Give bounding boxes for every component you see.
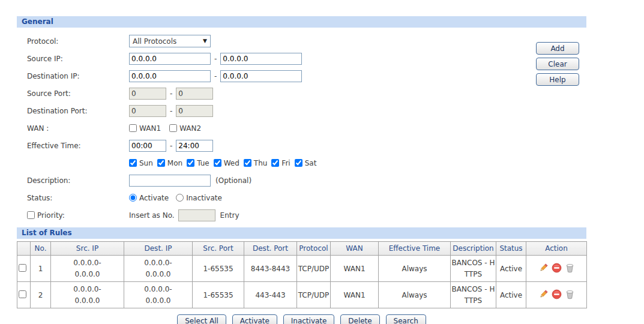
day-thu-option[interactable]: Thu <box>244 159 268 167</box>
priority-entry-input <box>178 209 215 221</box>
delete-button[interactable]: Delete <box>340 314 379 324</box>
day-mon-checkbox[interactable] <box>157 159 165 167</box>
rule-select-checkbox[interactable] <box>19 264 26 272</box>
column-header-wan: WAN <box>331 242 379 256</box>
rule-no: 2 <box>31 282 51 308</box>
wan1-option[interactable]: WAN1 <box>129 124 161 133</box>
day-sun-option[interactable]: Sun <box>129 159 153 167</box>
column-header-effective-time: Effective Time <box>379 242 451 256</box>
rule-row-1: 1 0.0.0.0- 0.0.0.0 0.0.0.0- 0.0.0.0 1-65… <box>17 256 587 282</box>
rule-dest-port: 443-443 <box>244 282 297 308</box>
wan2-option[interactable]: WAN2 <box>169 124 201 133</box>
add-button[interactable]: Add <box>536 42 579 55</box>
priority-checkbox[interactable] <box>27 211 35 219</box>
wan2-option-label: WAN2 <box>179 124 201 133</box>
access-rules-page: General Add Clear Help Protocol: All Pro… <box>17 16 586 324</box>
destination-ip-from-input[interactable] <box>129 70 211 82</box>
day-fri-checkbox[interactable] <box>271 159 279 167</box>
edit-icon[interactable] <box>538 263 549 275</box>
rule-status: Active <box>496 256 526 282</box>
description-input[interactable] <box>129 175 211 187</box>
status-inactivate-option[interactable]: Inactivate <box>176 194 222 202</box>
help-button[interactable]: Help <box>536 73 579 86</box>
day-wed-option[interactable]: Wed <box>214 159 239 167</box>
destination-port-label: Destination Port: <box>27 107 129 115</box>
select-column-header <box>17 242 31 256</box>
rules-section-header: List of Rules <box>17 227 586 239</box>
rule-no: 1 <box>31 256 51 282</box>
protocol-select[interactable]: All Protocols ▼ <box>129 35 211 47</box>
wan1-checkbox[interactable] <box>129 124 137 132</box>
footer-buttons: Select All Activate Inactivate Delete Se… <box>17 314 586 324</box>
block-icon[interactable] <box>552 263 562 275</box>
rule-description: BANCOS - H TTPS <box>451 256 496 282</box>
edit-icon[interactable] <box>538 289 549 301</box>
rule-wan: WAN1 <box>331 282 379 308</box>
source-ip-from-input[interactable] <box>129 53 211 65</box>
effective-time-label: Effective Time: <box>27 142 129 150</box>
status-activate-radio[interactable] <box>129 194 137 202</box>
select-all-button[interactable]: Select All <box>177 314 226 324</box>
source-ip-to-input[interactable] <box>220 53 302 65</box>
rule-src-ip: 0.0.0.0- 0.0.0.0 <box>51 282 124 308</box>
status-activate-option[interactable]: Activate <box>129 194 169 202</box>
source-port-row: Source Port: - <box>17 85 586 102</box>
destination-ip-label: Destination IP: <box>27 72 129 80</box>
rule-row-2: 2 0.0.0.0- 0.0.0.0 0.0.0.0- 0.0.0.0 1-65… <box>17 282 587 308</box>
effective-time-row: Effective Time: - <box>17 137 586 154</box>
destination-port-row: Destination Port: - <box>17 102 586 119</box>
column-header-dest-ip: Dest. IP <box>124 242 193 256</box>
range-dash: - <box>170 89 172 98</box>
column-header-description: Description <box>451 242 496 256</box>
day-wed-checkbox[interactable] <box>214 159 221 167</box>
general-form: Add Clear Help Protocol: All Protocols ▼… <box>17 28 586 227</box>
day-sat-option[interactable]: Sat <box>295 159 317 167</box>
wan1-option-label: WAN1 <box>139 124 161 133</box>
priority-insert-text: Insert as No. <box>129 211 175 220</box>
rules-table: No. Src. IP Dest. IP Src. Port Dest. Por… <box>17 241 587 308</box>
rule-select-checkbox[interactable] <box>19 290 26 298</box>
source-port-to-input <box>176 88 213 100</box>
destination-ip-to-input[interactable] <box>220 70 302 82</box>
rule-protocol: TCP/UDP <box>297 282 331 308</box>
source-ip-row: Source IP: - <box>17 50 586 67</box>
day-tue-checkbox[interactable] <box>187 159 194 167</box>
rule-description: BANCOS - H TTPS <box>451 282 496 308</box>
protocol-select-value: All Protocols <box>133 37 176 46</box>
rules-header-row: No. Src. IP Dest. IP Src. Port Dest. Por… <box>17 242 587 256</box>
wan-label: WAN : <box>27 124 129 133</box>
day-sun-checkbox[interactable] <box>129 159 137 167</box>
source-ip-label: Source IP: <box>27 55 129 63</box>
description-label: Description: <box>27 176 129 185</box>
source-port-label: Source Port: <box>27 89 129 98</box>
priority-entry-text: Entry <box>220 211 239 220</box>
day-mon-option[interactable]: Mon <box>157 159 182 167</box>
range-dash: - <box>170 107 172 115</box>
delete-icon[interactable] <box>565 289 575 301</box>
status-inactivate-radio[interactable] <box>176 194 184 202</box>
rule-protocol: TCP/UDP <box>297 256 331 282</box>
day-sat-checkbox[interactable] <box>295 159 302 167</box>
priority-label: Priority: <box>37 211 65 220</box>
day-tue-option[interactable]: Tue <box>187 159 209 167</box>
inactivate-button[interactable]: Inactivate <box>283 314 335 324</box>
description-row: Description: (Optional) <box>17 172 586 189</box>
block-icon[interactable] <box>552 289 562 301</box>
effective-time-to-input[interactable] <box>176 140 213 152</box>
range-dash: - <box>214 72 217 80</box>
search-button[interactable]: Search <box>386 314 426 324</box>
effective-time-from-input[interactable] <box>129 140 166 152</box>
priority-row: Priority: Insert as No. Entry <box>17 206 586 224</box>
clear-button[interactable]: Clear <box>536 58 579 70</box>
source-port-from-input <box>129 88 166 100</box>
delete-icon[interactable] <box>565 263 575 275</box>
wan-row: WAN : WAN1 WAN2 <box>17 119 586 137</box>
chevron-down-icon: ▼ <box>203 38 207 44</box>
column-header-protocol: Protocol <box>297 242 331 256</box>
activate-button[interactable]: Activate <box>232 314 277 324</box>
wan2-checkbox[interactable] <box>169 124 177 132</box>
rule-src-port: 1-65535 <box>193 256 244 282</box>
day-thu-checkbox[interactable] <box>244 159 251 167</box>
destination-ip-row: Destination IP: - <box>17 67 586 85</box>
day-fri-option[interactable]: Fri <box>271 159 290 167</box>
